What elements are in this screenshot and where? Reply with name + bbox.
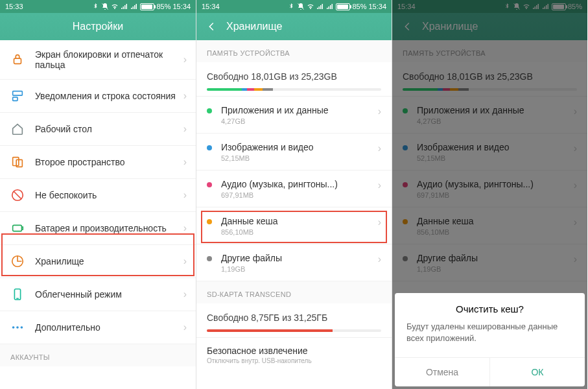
storage-category-2[interactable]: ›Аудио (музыка, рингтоны...)697,91MB — [196, 171, 392, 207]
chevron-right-icon: › — [183, 222, 187, 234]
signal-icon-2 — [130, 3, 138, 10]
svg-point-11 — [12, 326, 15, 329]
settings-row-5[interactable]: Батарея и производительность› — [0, 212, 196, 245]
category-size: 856,10MB — [221, 228, 381, 236]
signal-icon — [316, 3, 324, 10]
svg-point-12 — [16, 326, 19, 329]
chevron-right-icon: › — [378, 106, 381, 117]
row-label: Хранилище — [35, 256, 183, 266]
row-label: Рабочий стол — [35, 124, 183, 134]
clear-cache-dialog: Очистить кеш? Будут удалены кешированные… — [395, 293, 585, 386]
storage-category-3[interactable]: ›Данные кеша856,10MB — [196, 207, 392, 244]
section-sd: SD-КАРТА TRANSCEND — [196, 281, 392, 303]
color-dot — [207, 182, 212, 187]
chevron-right-icon: › — [183, 156, 187, 168]
chevron-right-icon: › — [183, 123, 187, 135]
svg-rect-4 — [13, 158, 19, 166]
category-label: Приложения и их данные — [221, 105, 328, 115]
row-label: Второе пространство — [35, 157, 183, 167]
status-time: 15:34 — [202, 3, 220, 10]
category-size: 1,19GB — [221, 265, 381, 273]
settings-row-2[interactable]: Рабочий стол› — [0, 113, 196, 146]
settings-row-4[interactable]: Не беспокоить› — [0, 179, 196, 212]
sd-free-text: Свободно 8,75ГБ из 31,25ГБ — [207, 312, 381, 323]
row-label: Не беспокоить — [35, 190, 183, 200]
svg-rect-3 — [13, 97, 18, 101]
page-title: Настройки — [73, 21, 123, 32]
settings-row-8[interactable]: Дополнительно› — [0, 311, 196, 344]
status-icons: 85% 15:34 — [91, 3, 191, 10]
settings-row-1[interactable]: Уведомления и строка состояния› — [0, 80, 196, 113]
row-label: Уведомления и строка состояния — [35, 91, 183, 101]
chevron-right-icon: › — [183, 90, 187, 102]
sd-free-block: Свободно 8,75ГБ из 31,25ГБ — [196, 303, 392, 338]
status-icons: 85% 15:34 — [287, 3, 386, 10]
category-label: Другие файлы — [221, 253, 282, 263]
chevron-right-icon: › — [378, 217, 381, 228]
svg-point-13 — [21, 326, 23, 329]
category-size: 4,27GB — [221, 117, 381, 125]
status-time-right: 15:34 — [368, 3, 386, 10]
chevron-right-icon: › — [183, 54, 187, 65]
phone-settings: 15:33 85% 15:34 Настройки Экран блокиров… — [0, 0, 196, 389]
row-label: Экран блокировки и отпечаток пальца — [35, 49, 183, 70]
status-time-right: 15:34 — [172, 3, 191, 10]
storage-category-4[interactable]: ›Другие файлы1,19GB — [196, 244, 392, 281]
header-settings: Настройки — [0, 13, 196, 40]
row-icon — [10, 188, 25, 202]
color-dot — [207, 256, 212, 261]
usage-bar — [207, 88, 381, 91]
bluetooth-icon — [287, 3, 295, 10]
battery-icon — [336, 3, 350, 10]
row-icon — [10, 287, 25, 301]
sd-usage-bar — [207, 329, 381, 332]
row-icon — [10, 53, 25, 67]
safe-eject-row[interactable]: Безопасное извлечение Отключить внутр. U… — [196, 338, 392, 372]
header-storage: Хранилище — [196, 13, 392, 40]
color-dot — [207, 145, 212, 150]
row-label: Батарея и производительность — [35, 223, 183, 233]
safe-eject-label: Безопасное извлечение — [207, 346, 381, 356]
color-dot — [207, 219, 212, 224]
svg-rect-7 — [13, 225, 22, 231]
battery-pct: 85% — [156, 3, 171, 10]
wifi-icon — [111, 3, 119, 10]
battery-icon — [140, 3, 154, 10]
settings-list: Экран блокировки и отпечаток пальца›Увед… — [0, 40, 196, 344]
row-icon — [10, 320, 25, 335]
bluetooth-icon — [91, 3, 99, 10]
cancel-button[interactable]: Отмена — [395, 358, 490, 386]
settings-row-7[interactable]: Облегченный режим› — [0, 278, 196, 311]
storage-category-1[interactable]: ›Изображения и видео52,15MB — [196, 134, 392, 171]
settings-row-6[interactable]: Хранилище› — [0, 245, 196, 278]
row-label: Облегченный режим — [35, 289, 183, 300]
row-icon — [10, 254, 25, 268]
phone-storage-dialog: 15:34 85% Хранилище ПАМЯТЬ УСТРОЙСТВА Св… — [392, 0, 587, 389]
color-dot — [207, 108, 212, 113]
row-label: Дополнительно — [35, 322, 183, 333]
bell-off-icon — [101, 3, 109, 10]
back-icon[interactable] — [206, 21, 217, 32]
ok-button[interactable]: ОК — [490, 358, 585, 386]
storage-category-0[interactable]: ›Приложения и их данные4,27GB — [196, 97, 392, 134]
settings-row-0[interactable]: Экран блокировки и отпечаток пальца› — [0, 40, 196, 80]
storage-categories: ›Приложения и их данные4,27GB›Изображени… — [196, 97, 392, 281]
chevron-right-icon: › — [183, 289, 187, 300]
category-label: Аудио (музыка, рингтоны...) — [221, 179, 338, 189]
row-icon — [10, 155, 25, 169]
category-label: Изображения и видео — [221, 142, 314, 152]
battery-pct: 85% — [352, 3, 366, 10]
category-size: 697,91MB — [221, 191, 381, 199]
signal-icon — [121, 3, 128, 10]
page-title: Хранилище — [226, 21, 282, 32]
status-bar: 15:33 85% 15:34 — [0, 0, 196, 13]
free-text: Свободно 18,01GB из 25,23GB — [207, 71, 381, 82]
category-label: Данные кеша — [221, 216, 278, 226]
chevron-right-icon: › — [183, 322, 187, 333]
status-time: 15:33 — [5, 3, 23, 10]
settings-row-3[interactable]: Второе пространство› — [0, 146, 196, 179]
chevron-right-icon: › — [378, 253, 381, 265]
svg-rect-2 — [13, 91, 23, 95]
chevron-right-icon: › — [378, 143, 381, 154]
status-bar: 15:34 85% 15:34 — [196, 0, 392, 13]
